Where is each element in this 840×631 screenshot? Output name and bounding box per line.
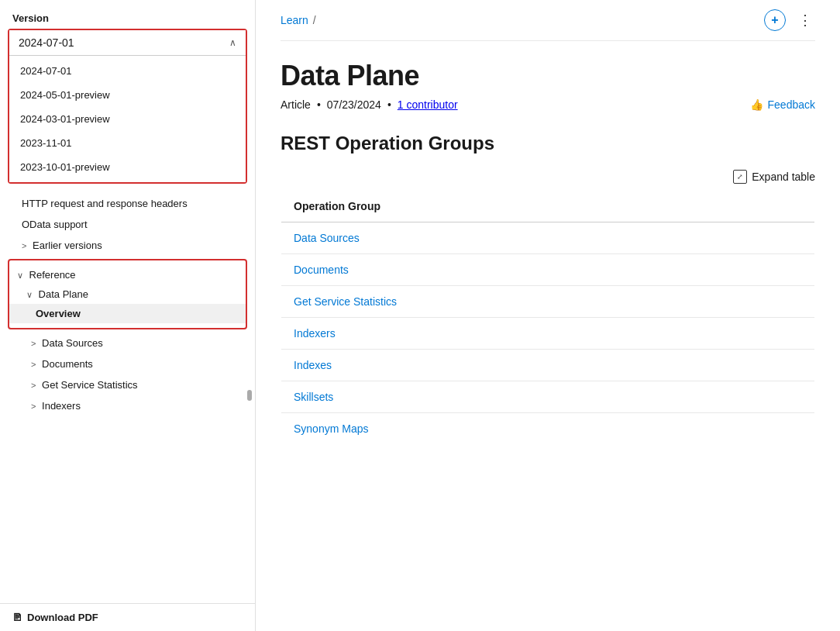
version-select-button[interactable]: 2024-07-01 ∧ [9,30,246,56]
table-cell-indexers: Indexers [281,318,815,350]
table-actions: ⤢ Expand table [281,170,815,184]
nav-overview[interactable]: Overview [9,304,246,323]
expand-arrow-icon: > [22,241,26,250]
feedback-icon: 👍 [750,98,763,111]
article-title: Data Plane [281,60,815,92]
chevron-up-icon: ∧ [229,37,236,48]
download-icon: 🖹 [12,612,22,623]
version-dropdown[interactable]: 2024-07-01 ∧ 2024-07-01 2024-05-01-previ… [8,29,247,184]
table-row: Skillsets [281,381,815,413]
expand-arrow-icon: ∨ [26,290,33,299]
feedback-label: Feedback [768,98,815,111]
expand-arrow-icon: > [31,339,36,348]
expand-arrow-icon: > [31,360,36,369]
contributors-link[interactable]: 1 contributor [398,98,458,111]
nav-get-service-statistics[interactable]: > Get Service Statistics [0,374,255,395]
expand-table-icon: ⤢ [733,170,747,184]
version-item-2[interactable]: 2024-05-01-preview [9,83,246,107]
version-item-3[interactable]: 2024-03-01-preview [9,107,246,131]
article-meta: Article • 07/23/2024 • 1 contributor 👍 F… [281,98,815,111]
sidebar: Version 2024-07-01 ∧ 2024-07-01 2024-05-… [0,0,256,631]
nav-odata-support[interactable]: OData support [0,214,255,235]
nav-reference[interactable]: ∨ Reference [9,265,246,284]
table-row: Get Service Statistics [281,286,815,318]
table-row: Indexes [281,350,815,381]
version-item-1[interactable]: 2024-07-01 [9,59,246,83]
indexers-link[interactable]: Indexers [294,327,336,340]
table-cell-data-sources: Data Sources [281,222,815,254]
table-cell-documents: Documents [281,254,815,286]
download-pdf-button[interactable]: 🖹 Download PDF [0,603,255,631]
version-label: Version [0,12,255,29]
nav-indexers[interactable]: > Indexers [0,395,255,416]
breadcrumb: Learn / [281,14,316,26]
table-row: Documents [281,254,815,286]
top-nav: Learn / + ⋮ [281,0,815,41]
reference-section: ∨ Reference ∨ Data Plane Overview [8,259,247,329]
skillsets-link[interactable]: Skillsets [294,391,333,403]
table-row: Indexers [281,318,815,350]
version-item-5[interactable]: 2023-10-01-preview [9,155,246,179]
nav-earlier-versions[interactable]: > Earlier versions [0,235,255,256]
get-service-statistics-link[interactable]: Get Service Statistics [294,295,397,308]
nav-data-sources[interactable]: > Data Sources [0,333,255,353]
operation-groups-table: Operation Group Data Sources Documents G… [281,190,815,445]
version-item-4[interactable]: 2023-11-01 [9,131,246,155]
meta-date: 07/23/2024 [327,98,381,111]
nav-http-headers[interactable]: HTTP request and response headers [0,193,255,214]
expand-arrow-icon: > [31,402,36,411]
download-pdf-label: Download PDF [27,612,98,623]
table-cell-synonym-maps: Synonym Maps [281,413,815,445]
nav-data-plane[interactable]: ∨ Data Plane [9,284,246,304]
expand-arrow-icon: ∨ [17,271,23,280]
version-list: 2024-07-01 2024-05-01-preview 2024-03-01… [9,56,246,182]
more-options-button[interactable]: ⋮ [795,10,815,30]
selected-version-text: 2024-07-01 [19,36,74,49]
nav-section: HTTP request and response headers OData … [0,184,255,603]
learn-link[interactable]: Learn [281,14,308,26]
indexes-link[interactable]: Indexes [294,359,332,371]
table-cell-get-service-statistics: Get Service Statistics [281,286,815,318]
scroll-indicator [247,390,252,401]
documents-link[interactable]: Documents [294,264,349,276]
table-cell-indexes: Indexes [281,350,815,381]
meta-dot-2: • [387,98,391,111]
expand-table-label: Expand table [752,171,815,183]
top-nav-actions: + ⋮ [764,9,815,31]
table-header-operation-group: Operation Group [281,191,815,222]
main-content: Learn / + ⋮ Data Plane Article • 07/23/2… [256,0,840,631]
expand-table-button[interactable]: ⤢ Expand table [733,170,815,184]
expand-arrow-icon: > [31,381,36,390]
dots-icon: ⋮ [798,12,812,28]
meta-article-label: Article [281,98,311,111]
feedback-button[interactable]: 👍 Feedback [750,98,815,111]
plus-icon: + [771,13,778,27]
breadcrumb-separator: / [313,14,316,26]
add-button[interactable]: + [764,9,786,31]
data-sources-link[interactable]: Data Sources [294,232,360,244]
meta-dot-1: • [317,98,321,111]
table-row: Data Sources [281,222,815,254]
table-cell-skillsets: Skillsets [281,381,815,413]
table-row: Synonym Maps [281,413,815,445]
nav-documents[interactable]: > Documents [0,353,255,374]
synonym-maps-link[interactable]: Synonym Maps [294,422,368,435]
rest-operation-groups-title: REST Operation Groups [281,133,815,154]
